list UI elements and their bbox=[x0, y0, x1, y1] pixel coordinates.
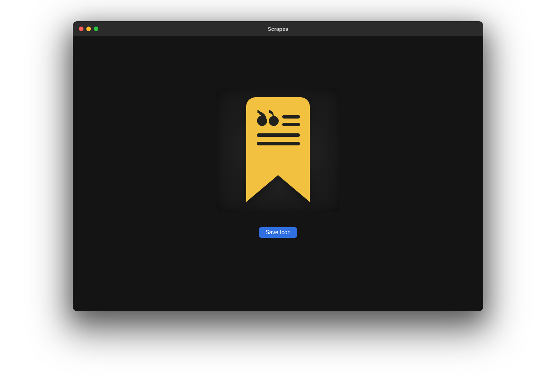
svg-rect-5 bbox=[257, 142, 300, 145]
traffic-lights bbox=[73, 27, 98, 31]
app-window: Scrapes bbox=[73, 21, 483, 311]
svg-point-1 bbox=[269, 116, 279, 126]
close-window-button[interactable] bbox=[79, 27, 83, 31]
titlebar: Scrapes bbox=[73, 22, 483, 36]
svg-rect-4 bbox=[257, 133, 300, 137]
maximize-window-button[interactable] bbox=[94, 27, 98, 31]
icon-preview-tile bbox=[216, 88, 340, 212]
window-title: Scrapes bbox=[73, 26, 483, 32]
save-icon-button[interactable]: Save Icon bbox=[259, 227, 297, 238]
minimize-window-button[interactable] bbox=[86, 27, 91, 31]
svg-rect-3 bbox=[282, 123, 300, 126]
bookmark-quote-icon bbox=[246, 97, 310, 203]
svg-point-0 bbox=[257, 116, 267, 126]
window-content: Save Icon bbox=[73, 36, 483, 311]
svg-rect-2 bbox=[282, 115, 300, 119]
